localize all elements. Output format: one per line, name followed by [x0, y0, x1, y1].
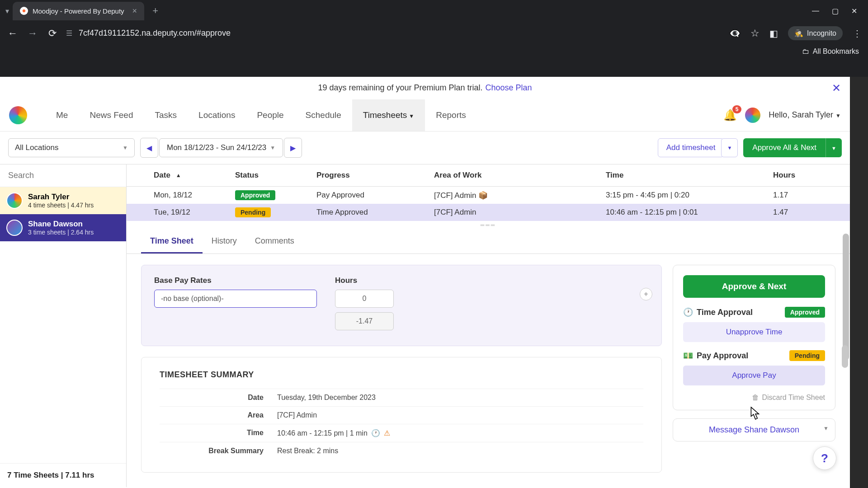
employee-item-shane[interactable]: Shane Dawson 3 time sheets | 2.64 hrs — [0, 214, 126, 241]
detail-scrollbar-thumb[interactable] — [843, 234, 849, 360]
chevron-down-icon: ▼ — [823, 425, 829, 432]
approve-pay-button[interactable]: Approve Pay — [683, 366, 825, 385]
date-next-button[interactable]: ▶ — [284, 138, 302, 158]
add-rate-button[interactable]: + — [640, 288, 652, 300]
cell-time: 10:46 am - 12:15 pm | 0:01 — [606, 208, 773, 217]
sort-asc-icon[interactable]: ▲ — [176, 172, 181, 178]
forward-icon[interactable]: → — [26, 28, 39, 39]
banner-close-icon[interactable]: ✕ — [832, 82, 841, 94]
tab-timesheet[interactable]: Time Sheet — [141, 229, 203, 253]
user-avatar-icon[interactable] — [745, 108, 760, 123]
col-date[interactable]: Date — [154, 171, 170, 180]
browser-menu-icon[interactable]: ⋮ — [853, 28, 862, 39]
nav-locations[interactable]: Locations — [188, 99, 246, 131]
add-timesheet-dropdown[interactable]: ▼ — [721, 138, 738, 157]
panel-icon[interactable]: ◧ — [769, 28, 778, 39]
tab-dropdown-icon[interactable]: ▾ — [5, 7, 9, 15]
nav-news-feed[interactable]: News Feed — [79, 99, 144, 131]
add-timesheet-button[interactable]: Add timesheet — [658, 138, 724, 157]
site-settings-icon[interactable]: ☰ — [66, 29, 72, 38]
nav-reports[interactable]: Reports — [425, 99, 477, 131]
approve-all-next-button[interactable]: Approve All & Next — [743, 138, 826, 157]
browser-tab[interactable]: Moodjoy - Powered By Deputy × — [13, 2, 144, 20]
incognito-label: Incognito — [807, 29, 836, 38]
summary-key: Date — [160, 394, 277, 402]
nav-timesheets[interactable]: Timesheets▼ — [352, 99, 425, 131]
table-scrollbar-thumb[interactable] — [842, 345, 848, 368]
col-area[interactable]: Area of Work — [434, 171, 606, 180]
approve-all-dropdown[interactable]: ▼ — [826, 138, 842, 157]
back-icon[interactable]: ← — [6, 28, 19, 39]
avatar-icon — [6, 220, 23, 236]
timesheet-row[interactable]: Mon, 18/12 Approved Pay Approved [7CF] A… — [127, 187, 850, 204]
main-nav: Me News Feed Tasks Locations People Sche… — [45, 99, 477, 131]
url-text[interactable]: 7cf47d19112152.na.deputy.com/#approve — [79, 28, 231, 38]
new-tab-button[interactable]: + — [148, 5, 163, 17]
eye-off-icon[interactable]: 👁️‍🗨️ — [729, 28, 741, 39]
tab-title: Moodjoy - Powered By Deputy — [33, 7, 124, 15]
location-select[interactable]: All Locations ▼ — [8, 138, 135, 157]
folder-icon: 🗀 — [802, 47, 809, 56]
employee-search-input[interactable] — [8, 171, 118, 180]
all-bookmarks-button[interactable]: 🗀 All Bookmarks — [802, 47, 859, 56]
nav-me[interactable]: Me — [45, 99, 79, 131]
approval-panel: Approve & Next 🕐Time Approval Approved U… — [673, 265, 835, 410]
base-pay-label: Base Pay Rates — [154, 276, 317, 285]
col-progress[interactable]: Progress — [316, 171, 434, 180]
bookmark-star-icon[interactable]: ☆ — [750, 28, 760, 39]
trial-banner: 19 days remaining of your Premium Plan t… — [0, 77, 850, 99]
nav-people[interactable]: People — [246, 99, 294, 131]
status-badge: Pending — [235, 207, 271, 217]
reload-icon[interactable]: ⟳ — [46, 28, 59, 39]
summary-title: TIMESHEET SUMMARY — [160, 370, 643, 380]
minimize-icon[interactable]: — — [812, 7, 819, 15]
col-time[interactable]: Time — [606, 171, 773, 180]
date-range-picker[interactable]: Mon 18/12/23 - Sun 24/12/23 ▼ — [159, 138, 283, 157]
close-window-icon[interactable]: ✕ — [851, 7, 857, 15]
deputy-logo-icon[interactable] — [9, 106, 27, 124]
hours-input[interactable] — [335, 290, 394, 308]
unapprove-time-button[interactable]: Unapprove Time — [683, 322, 825, 342]
clock-icon: 🕐 — [683, 307, 693, 317]
nav-schedule[interactable]: Schedule — [295, 99, 352, 131]
summary-key: Time — [160, 429, 277, 437]
location-value: All Locations — [15, 143, 58, 152]
notifications-bell-icon[interactable]: 🔔5 — [723, 109, 737, 122]
page-scrollbar[interactable] — [850, 77, 868, 488]
warning-icon: ⚠ — [384, 429, 390, 437]
plus-icon: + — [644, 290, 648, 298]
employee-item-sarah[interactable]: Sarah Tyler 4 time sheets | 4.47 hrs — [0, 187, 126, 214]
pay-approval-badge: Pending — [789, 350, 825, 361]
nav-tasks[interactable]: Tasks — [144, 99, 188, 131]
user-greeting[interactable]: Hello, Sarah Tyler ▼ — [769, 110, 841, 120]
employee-name: Sarah Tyler — [28, 192, 94, 202]
cell-date: Mon, 18/12 — [127, 191, 235, 200]
bell-badge: 5 — [732, 105, 742, 113]
maximize-icon[interactable]: ▢ — [832, 7, 839, 15]
base-pay-select[interactable] — [154, 290, 317, 308]
summary-key: Break Summary — [160, 447, 277, 455]
message-employee-button[interactable]: Message Shane Dawson ▼ — [673, 418, 835, 441]
approve-and-next-button[interactable]: Approve & Next — [683, 275, 825, 298]
choose-plan-link[interactable]: Choose Plan — [486, 83, 532, 93]
employee-name: Shane Dawson — [28, 220, 94, 229]
time-approval-label: Time Approval — [697, 308, 753, 317]
cell-time: 3:15 pm - 4:45 pm | 0:20 — [606, 191, 773, 200]
date-prev-button[interactable]: ◀ — [140, 138, 158, 158]
date-range-value: Mon 18/12/23 - Sun 24/12/23 — [167, 143, 266, 152]
help-button[interactable]: ? — [813, 446, 836, 470]
tab-history[interactable]: History — [203, 229, 246, 253]
avatar-icon — [6, 192, 23, 209]
trash-icon: 🗑 — [752, 394, 759, 402]
tab-close-icon[interactable]: × — [132, 6, 137, 16]
summary-val: [7CF] Admin — [277, 411, 317, 419]
timesheet-row-selected[interactable]: Tue, 19/12 Pending Time Approved [7CF] A… — [127, 204, 850, 221]
cell-area: [7CF] Admin 📦 — [434, 191, 606, 200]
pane-resize-handle[interactable]: ═══ — [127, 221, 850, 229]
col-status[interactable]: Status — [235, 171, 316, 180]
discard-timesheet-link[interactable]: 🗑Discard Time Sheet — [683, 394, 825, 402]
chevron-down-icon: ▼ — [831, 145, 836, 151]
incognito-badge[interactable]: 🕵️ Incognito — [788, 26, 843, 40]
tab-comments[interactable]: Comments — [246, 229, 303, 253]
col-hours[interactable]: Hours — [773, 171, 850, 180]
